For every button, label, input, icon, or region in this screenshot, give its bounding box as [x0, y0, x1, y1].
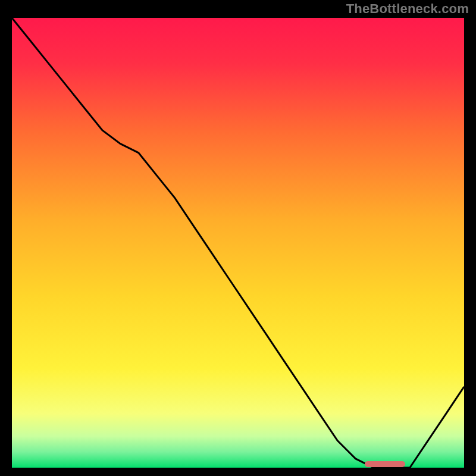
optimal-range-marker	[365, 461, 405, 467]
plot-area	[12, 18, 464, 468]
chart-stage: TheBottleneck.com	[0, 0, 476, 476]
curve-layer	[12, 18, 464, 468]
bottleneck-curve	[12, 18, 464, 468]
watermark-text: TheBottleneck.com	[346, 1, 469, 17]
